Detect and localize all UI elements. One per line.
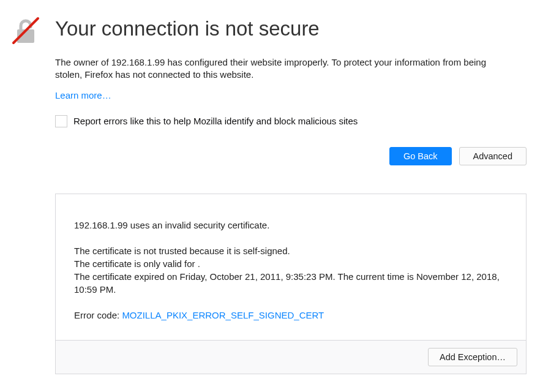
detail-line: The certificate is not trusted because i… [74, 244, 508, 257]
go-back-button[interactable]: Go Back [389, 147, 452, 165]
description-text: The owner of 192.168.1.99 has configured… [55, 56, 496, 81]
report-checkbox[interactable] [55, 115, 67, 127]
insecure-lock-icon [11, 16, 40, 45]
page-title: Your connection is not secure [55, 17, 527, 40]
error-code-link[interactable]: MOZILLA_PKIX_ERROR_SELF_SIGNED_CERT [122, 310, 324, 320]
detail-line: 192.168.1.99 uses an invalid security ce… [74, 219, 508, 232]
learn-more-link[interactable]: Learn more… [55, 90, 111, 100]
report-label: Report errors like this to help Mozilla … [73, 116, 358, 126]
details-footer: Add Exception… [56, 340, 526, 374]
report-row: Report errors like this to help Mozilla … [55, 115, 527, 127]
button-row: Go Back Advanced [55, 147, 527, 165]
error-code-label: Error code: [74, 310, 122, 320]
error-page: Your connection is not secure The owner … [0, 0, 551, 392]
error-code-line: Error code: MOZILLA_PKIX_ERROR_SELF_SIGN… [74, 309, 508, 322]
details-panel: 192.168.1.99 uses an invalid security ce… [55, 194, 527, 374]
details-body: 192.168.1.99 uses an invalid security ce… [56, 194, 526, 340]
advanced-button[interactable]: Advanced [459, 147, 527, 165]
add-exception-button[interactable]: Add Exception… [428, 348, 517, 366]
detail-line: The certificate is only valid for . [74, 257, 508, 270]
detail-line: The certificate expired on Friday, Octob… [74, 270, 508, 296]
